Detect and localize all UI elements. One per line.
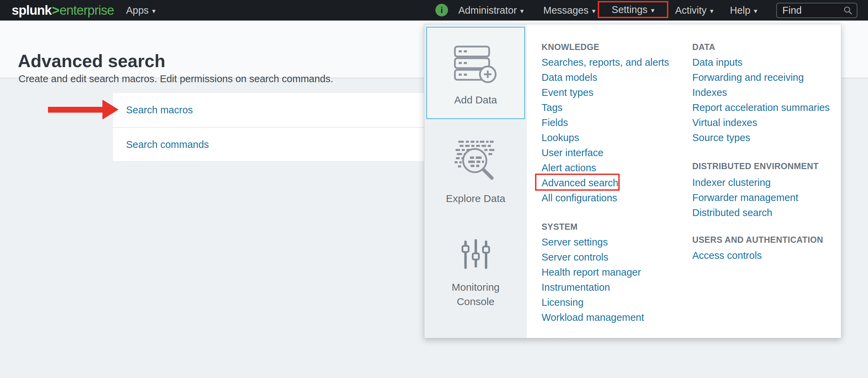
chevron-down-icon: ▾: [754, 7, 757, 15]
nav-administrator-label: Administrator: [458, 5, 517, 16]
menu-item-report-acceleration-summaries[interactable]: Report acceleration summaries: [692, 102, 830, 113]
tile-explore-data-label: Explore Data: [446, 191, 505, 206]
settings-dropdown-menu: Add Data: [424, 24, 841, 338]
page-title: Advanced search: [18, 51, 165, 71]
info-badge-icon[interactable]: i: [435, 4, 448, 16]
menu-item-fields[interactable]: Fields: [542, 117, 568, 128]
search-icon[interactable]: [843, 6, 853, 15]
list-item: Data inputs: [692, 55, 830, 70]
menu-item-health-report-manager[interactable]: Health report manager: [542, 267, 641, 278]
info-glyph: i: [441, 5, 443, 15]
chevron-down-icon: ▾: [710, 7, 714, 15]
system-list: Server settings Server controls Health r…: [542, 235, 644, 325]
menu-item-server-controls[interactable]: Server controls: [542, 252, 608, 263]
list-item: Virtual indexes: [692, 115, 830, 130]
logo-product-text: enterprise: [60, 3, 114, 18]
menu-item-forwarding-receiving[interactable]: Forwarding and receiving: [692, 72, 804, 83]
menu-item-indexes[interactable]: Indexes: [692, 87, 727, 98]
menu-item-licensing[interactable]: Licensing: [542, 297, 584, 308]
section-distributed-environment: DISTRIBUTED ENVIRONMENT Indexer clusteri…: [692, 161, 819, 220]
search-commands-link[interactable]: Search commands: [126, 139, 209, 150]
list-item: Access controls: [692, 248, 823, 263]
menu-item-event-types[interactable]: Event types: [542, 87, 594, 98]
menu-item-instrumentation[interactable]: Instrumentation: [542, 282, 610, 293]
nav-activity-label: Activity: [675, 5, 707, 16]
list-item: All configurations: [542, 190, 669, 205]
nav-messages-label: Messages: [543, 5, 588, 16]
menu-item-searches-reports-alerts[interactable]: Searches, reports, and alerts: [542, 57, 669, 68]
nav-administrator-menu[interactable]: Administrator ▾: [458, 0, 524, 21]
menu-item-tags[interactable]: Tags: [542, 102, 562, 113]
menu-item-advanced-search[interactable]: Advanced search: [542, 177, 618, 189]
page-subtitle: Create and edit search macros. Edit perm…: [18, 73, 333, 85]
list-item: Workload management: [542, 310, 644, 325]
chevron-down-icon: ▾: [520, 7, 524, 15]
list-item: Instrumentation: [542, 280, 644, 295]
list-item: Report acceleration summaries: [692, 100, 830, 115]
chevron-down-icon: ▾: [592, 7, 595, 15]
list-item: Source types: [692, 130, 830, 145]
section-system-header: SYSTEM: [542, 222, 644, 232]
section-distributed-environment-header: DISTRIBUTED ENVIRONMENT: [692, 161, 819, 171]
list-item: Server settings: [542, 235, 644, 250]
menu-item-workload-management[interactable]: Workload management: [542, 312, 644, 323]
list-item: Advanced search: [542, 175, 669, 190]
nav-help-menu[interactable]: Help ▾: [730, 0, 757, 21]
list-item: User interface: [542, 145, 669, 160]
menu-item-all-configurations[interactable]: All configurations: [542, 192, 617, 204]
list-item: Forwarder management: [692, 190, 819, 205]
add-data-icon: [454, 46, 498, 83]
tile-monitoring-console[interactable]: Monitoring Console: [426, 225, 525, 320]
monitoring-console-icon: [461, 239, 491, 270]
menu-item-lookups[interactable]: Lookups: [542, 132, 579, 143]
list-item: Alert actions: [542, 160, 669, 175]
section-knowledge: KNOWLEDGE Searches, reports, and alerts …: [542, 42, 669, 205]
find-search-box[interactable]: [776, 3, 857, 18]
red-arrow-shaft: [48, 107, 104, 113]
section-knowledge-header: KNOWLEDGE: [542, 42, 669, 52]
nav-activity-menu[interactable]: Activity ▾: [675, 0, 714, 21]
distributed-list: Indexer clustering Forwarder management …: [692, 175, 819, 220]
nav-messages-menu[interactable]: Messages ▾: [543, 0, 595, 21]
list-item: Licensing: [542, 295, 644, 310]
nav-apps-menu[interactable]: Apps ▾: [126, 0, 156, 21]
list-item: Tags: [542, 100, 669, 115]
knowledge-list: Searches, reports, and alerts Data model…: [542, 55, 669, 205]
tile-add-data[interactable]: Add Data: [426, 27, 525, 119]
logo-brand-text: splunk: [12, 3, 51, 18]
list-item: Indexes: [692, 85, 830, 100]
splunk-app: splunk>enterprise Apps ▾ i Administrator…: [0, 0, 868, 378]
list-item: Searches, reports, and alerts: [542, 55, 669, 70]
menu-item-data-inputs[interactable]: Data inputs: [692, 57, 743, 68]
settings-menu-tile-column: Add Data: [424, 24, 527, 338]
splunk-enterprise-logo[interactable]: splunk>enterprise: [12, 0, 114, 21]
menu-item-indexer-clustering[interactable]: Indexer clustering: [692, 177, 771, 188]
nav-settings-menu-highlighted[interactable]: Settings ▾: [598, 1, 668, 18]
find-search-input[interactable]: [777, 5, 843, 16]
menu-item-virtual-indexes[interactable]: Virtual indexes: [692, 117, 757, 128]
chevron-down-icon: ▾: [152, 7, 156, 15]
explore-data-icon: [453, 139, 499, 182]
menu-item-user-interface[interactable]: User interface: [542, 147, 604, 159]
list-item: Lookups: [542, 130, 669, 145]
menu-item-distributed-search[interactable]: Distributed search: [692, 207, 772, 218]
data-list: Data inputs Forwarding and receiving Ind…: [692, 55, 830, 145]
menu-item-server-settings[interactable]: Server settings: [542, 237, 608, 248]
menu-item-source-types[interactable]: Source types: [692, 132, 750, 143]
nav-help-label: Help: [730, 5, 751, 16]
list-item: Distributed search: [692, 205, 819, 220]
menu-item-access-controls[interactable]: Access controls: [692, 250, 762, 261]
section-data-header: DATA: [692, 42, 830, 52]
list-item: Server controls: [542, 250, 644, 265]
list-item: Indexer clustering: [692, 175, 819, 190]
list-item: Fields: [542, 115, 669, 130]
menu-item-alert-actions[interactable]: Alert actions: [542, 162, 596, 174]
list-item: Data models: [542, 70, 669, 85]
menu-item-data-models[interactable]: Data models: [542, 72, 597, 83]
tile-add-data-label: Add Data: [454, 93, 497, 107]
search-macros-link[interactable]: Search macros: [126, 104, 193, 116]
menu-item-forwarder-management[interactable]: Forwarder management: [692, 192, 798, 203]
tile-monitoring-console-label: Monitoring Console: [436, 280, 515, 309]
nav-apps-label: Apps: [126, 5, 149, 16]
tile-explore-data[interactable]: Explore Data: [426, 127, 525, 218]
